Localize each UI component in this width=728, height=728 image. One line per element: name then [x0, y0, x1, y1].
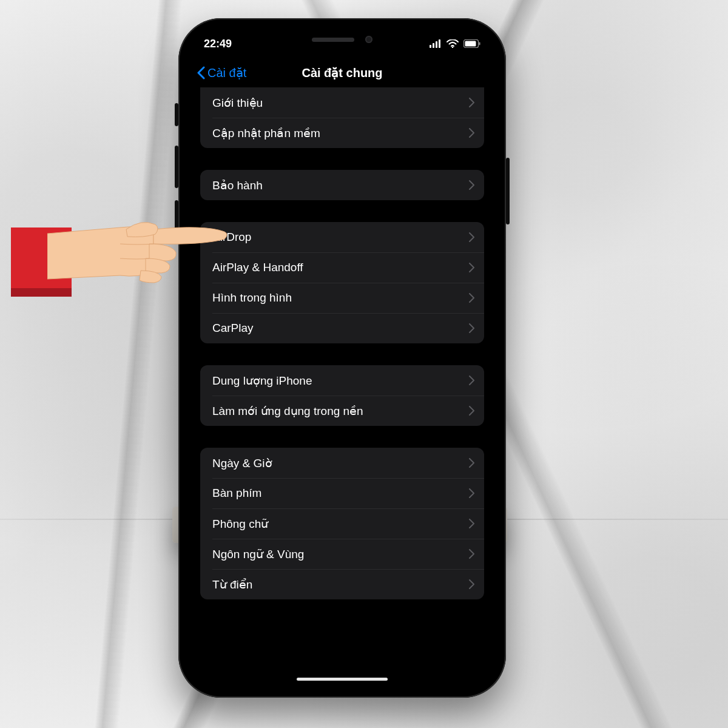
row-iphone-storage[interactable]: Dung lượng iPhone [200, 365, 484, 396]
settings-group: Ngày & Giờ Bàn phím Phông chữ Ngôn ngữ &… [200, 448, 484, 599]
chevron-right-icon [469, 406, 474, 416]
chevron-right-icon [469, 376, 474, 385]
row-dictionary[interactable]: Từ điển [200, 569, 484, 599]
mute-switch [175, 103, 178, 126]
chevron-right-icon [469, 323, 474, 333]
cellular-signal-icon [430, 39, 442, 48]
row-language-region[interactable]: Ngôn ngữ & Vùng [200, 539, 484, 569]
row-label: Ngày & Giờ [212, 456, 272, 470]
settings-group: Dung lượng iPhone Làm mới ứng dụng trong… [200, 365, 484, 426]
svg-rect-6 [465, 41, 476, 47]
settings-group: Giới thiệu Cập nhật phần mềm [200, 87, 484, 148]
iphone-frame: 22:49 Cài đặt Cài đặt chung [178, 18, 506, 698]
row-label: Ngôn ngữ & Vùng [212, 547, 304, 561]
wifi-icon [447, 39, 459, 48]
svg-rect-2 [436, 41, 437, 48]
home-indicator[interactable] [297, 678, 388, 681]
row-label: AirPlay & Handoff [212, 261, 303, 274]
chevron-right-icon [469, 232, 474, 242]
row-label: AirDrop [212, 231, 251, 244]
row-software-update[interactable]: Cập nhật phần mềm [200, 118, 484, 148]
chevron-right-icon [469, 579, 474, 589]
row-label: Bảo hành [212, 178, 263, 192]
chevron-right-icon [469, 549, 474, 559]
svg-rect-3 [439, 39, 440, 48]
chevron-right-icon [469, 458, 474, 468]
row-background-app-refresh[interactable]: Làm mới ứng dụng trong nền [200, 396, 484, 426]
row-keyboard[interactable]: Bàn phím [200, 478, 484, 508]
row-date-time[interactable]: Ngày & Giờ [200, 448, 484, 478]
status-time: 22:49 [204, 38, 232, 50]
settings-group: AirDrop AirPlay & Handoff Hình trong hìn… [200, 222, 484, 343]
power-button [506, 158, 510, 224]
settings-group: Bảo hành [200, 170, 484, 200]
svg-rect-0 [430, 45, 431, 48]
row-label: Giới thiệu [212, 96, 263, 110]
notch [272, 29, 412, 50]
chevron-right-icon [469, 293, 474, 303]
row-airdrop[interactable]: AirDrop [200, 222, 484, 252]
row-carplay[interactable]: CarPlay [200, 313, 484, 343]
chevron-right-icon [469, 128, 474, 138]
svg-rect-1 [433, 43, 434, 48]
earpiece-speaker [312, 38, 354, 42]
chevron-right-icon [469, 98, 474, 107]
battery-icon [463, 39, 480, 48]
chevron-right-icon [469, 519, 474, 528]
navigation-bar: Cài đặt Cài đặt chung [189, 58, 495, 87]
row-label: Làm mới ứng dụng trong nền [212, 404, 363, 418]
chevron-right-icon [469, 263, 474, 272]
svg-rect-7 [479, 42, 480, 46]
volume-up-button [175, 146, 178, 188]
row-fonts[interactable]: Phông chữ [200, 508, 484, 539]
front-camera [365, 36, 372, 43]
row-label: Dung lượng iPhone [212, 374, 312, 388]
row-label: Từ điển [212, 578, 252, 592]
settings-scroll-area[interactable]: Giới thiệu Cập nhật phần mềm Bảo hành Ai… [189, 87, 495, 687]
svg-point-4 [452, 47, 454, 48]
row-label: Cập nhật phần mềm [212, 126, 320, 140]
row-label: Phông chữ [212, 517, 268, 531]
chevron-right-icon [469, 180, 474, 190]
volume-down-button [175, 200, 178, 243]
row-label: CarPlay [212, 322, 254, 335]
chevron-right-icon [469, 488, 474, 498]
back-label: Cài đặt [207, 66, 246, 80]
row-picture-in-picture[interactable]: Hình trong hình [200, 283, 484, 313]
row-label: Bàn phím [212, 487, 261, 500]
back-button[interactable]: Cài đặt [197, 58, 246, 87]
page-title: Cài đặt chung [302, 66, 382, 80]
row-warranty[interactable]: Bảo hành [200, 170, 484, 200]
chevron-left-icon [197, 66, 205, 79]
row-airplay-handoff[interactable]: AirPlay & Handoff [200, 252, 484, 283]
row-about[interactable]: Giới thiệu [200, 87, 484, 118]
row-label: Hình trong hình [212, 291, 292, 305]
screen: 22:49 Cài đặt Cài đặt chung [189, 29, 495, 687]
